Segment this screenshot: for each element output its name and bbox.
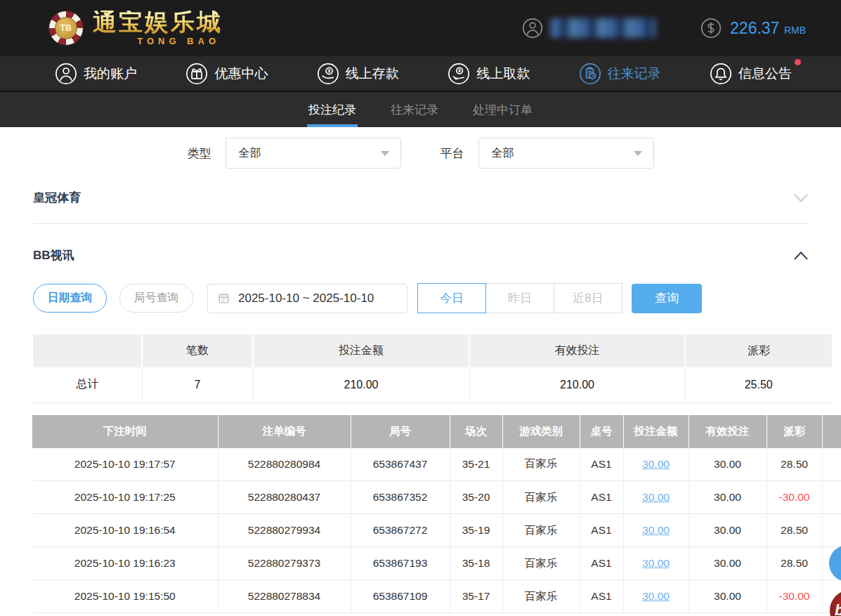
summary-payout: 25.50 (685, 367, 832, 402)
nav-item-announcements[interactable]: 信息公告 (710, 63, 792, 85)
cell-4: 百家乐 (502, 580, 580, 613)
bell-icon (710, 63, 732, 85)
balance-currency: RMB (784, 25, 806, 36)
chevron-down-icon (381, 151, 389, 156)
cell-8: -30.00 (767, 580, 822, 613)
header-round-no: 局号 (351, 415, 450, 448)
header-game-type: 游戏类别 (502, 415, 580, 448)
bet-amount-link: 30.00 (642, 590, 670, 602)
bet-record-row: 2025-10-10 19:17:25522880280437653867352… (32, 481, 841, 514)
poker-chip-logo: TB (49, 11, 83, 45)
records-icon (579, 63, 601, 85)
cell-2: 653867109 (351, 580, 450, 613)
platform-select-value: 全部 (492, 146, 514, 161)
header-session: 场次 (450, 415, 502, 448)
cell-5: AS1 (580, 481, 623, 514)
section-title-bb: BB视讯 (33, 247, 74, 263)
brand-title: 通宝娱乐城 (93, 11, 223, 34)
cell-2: 653867352 (351, 481, 450, 514)
balance[interactable]: 226.37 RMB (700, 18, 806, 39)
cell-5: AS1 (580, 547, 623, 580)
yesterday-button[interactable]: 昨日 (485, 283, 554, 313)
cell-6[interactable]: 30.00 (623, 547, 689, 580)
cell-0: 2025-10-10 19:17:57 (32, 448, 218, 481)
date-range-input[interactable]: 2025-10-10 ~ 2025-10-10 (207, 284, 408, 313)
cell-2: 653867272 (351, 514, 450, 547)
cell-1: 522880279373 (218, 547, 351, 580)
cell-3: 35-17 (450, 580, 502, 613)
cell-3: 35-20 (450, 481, 502, 514)
cell-7: 30.00 (689, 580, 767, 613)
section-bb-video[interactable]: BB视讯 (33, 247, 808, 263)
withdraw-icon (448, 63, 470, 85)
bet-record-row: 2025-10-10 19:16:54522880279934653867272… (32, 514, 841, 547)
date-range-value: 2025-10-10 ~ 2025-10-10 (238, 291, 374, 306)
cell-8: -30.00 (767, 481, 822, 514)
user-avatar-icon (522, 18, 543, 39)
summary-total-label: 总计 (33, 367, 142, 402)
search-button[interactable]: 查询 (632, 284, 702, 313)
main-nav: 我的账户 优惠中心 线上存款 (0, 56, 841, 92)
summary-table: 笔数 投注金额 有效投注 派彩 总计 7 210.00 210.00 25.50 (33, 334, 832, 403)
query-controls: 日期查询 局号查询 2025-10-10 ~ 2025-10-10 今日 昨日 … (33, 283, 841, 313)
user-icon (55, 63, 77, 85)
cell-1: 522880280437 (218, 481, 351, 514)
round-query-button[interactable]: 局号查询 (119, 284, 193, 313)
nav-item-promotions[interactable]: 优惠中心 (185, 63, 268, 85)
date-query-button[interactable]: 日期查询 (33, 284, 107, 313)
today-button[interactable]: 今日 (417, 283, 486, 313)
cell-7: 30.00 (689, 514, 767, 547)
summary-header-blank (33, 334, 142, 367)
username-blurred (550, 18, 656, 38)
cell-1: 522880280984 (218, 448, 351, 481)
tab-betting-records[interactable]: 投注纪录 (307, 92, 358, 127)
summary-header-valid: 有效投注 (469, 334, 685, 367)
subtab-bar: 投注纪录 往来记录 处理中订单 (0, 92, 841, 127)
cell-7: 30.00 (689, 448, 767, 481)
tab-transaction-records[interactable]: 往来记录 (389, 92, 440, 127)
bet-amount-link: 30.00 (642, 491, 670, 503)
nav-item-my-account[interactable]: 我的账户 (55, 63, 137, 85)
cell-4: 百家乐 (502, 514, 580, 547)
balance-amount: 226.37 (730, 19, 779, 37)
dollar-coin-icon (700, 18, 722, 39)
cell-5: AS1 (580, 448, 623, 481)
records-table: 下注时间 注单编号 局号 场次 游戏类别 桌号 投注金额 有效投注 派彩 202… (32, 415, 841, 614)
summary-valid-bet: 210.00 (469, 367, 685, 402)
cell-3: 35-19 (450, 514, 502, 547)
content: 类型 全部 平台 全部 皇冠体育 BB视讯 (0, 138, 841, 613)
cell-2: 653867437 (351, 448, 450, 481)
cell-5: AS1 (580, 514, 623, 547)
cell-6[interactable]: 30.00 (623, 514, 689, 547)
bet-amount-link: 30.00 (642, 557, 670, 569)
deposit-icon (317, 63, 339, 85)
header-overflow (822, 415, 841, 448)
nav-item-withdraw[interactable]: 线上取款 (448, 63, 530, 85)
cell-overflow (822, 481, 841, 514)
chevron-down-icon (634, 151, 642, 156)
platform-select[interactable]: 全部 (478, 138, 654, 169)
nav-item-transaction-records[interactable]: 往来记录 (579, 63, 661, 85)
cell-6[interactable]: 30.00 (623, 448, 689, 481)
cell-3: 35-18 (450, 547, 502, 580)
summary-header-count: 笔数 (142, 334, 253, 367)
cell-6[interactable]: 30.00 (623, 580, 689, 613)
section-crown-sports[interactable]: 皇冠体育 (33, 190, 808, 224)
header-bet-time: 下注时间 (32, 415, 218, 448)
type-select[interactable]: 全部 (226, 138, 401, 169)
brand-logo[interactable]: TB 通宝娱乐城 TONG BAO (49, 11, 223, 46)
nav-item-deposit[interactable]: 线上存款 (317, 63, 399, 85)
last-8-days-button[interactable]: 近8日 (554, 283, 622, 313)
tab-pending-orders[interactable]: 处理中订单 (471, 92, 534, 127)
gift-icon (185, 63, 208, 85)
type-filter-label: 类型 (188, 145, 211, 162)
cell-6[interactable]: 30.00 (623, 481, 689, 514)
user-account[interactable] (522, 18, 656, 39)
cell-overflow (822, 514, 841, 547)
summary-header-row: 笔数 投注金额 有效投注 派彩 (33, 334, 832, 367)
records-header-row: 下注时间 注单编号 局号 场次 游戏类别 桌号 投注金额 有效投注 派彩 (32, 415, 841, 448)
summary-header-bet: 投注金额 (253, 334, 469, 367)
cell-7: 30.00 (689, 481, 767, 514)
cell-8: 28.50 (767, 514, 822, 547)
calendar-icon (218, 292, 230, 304)
